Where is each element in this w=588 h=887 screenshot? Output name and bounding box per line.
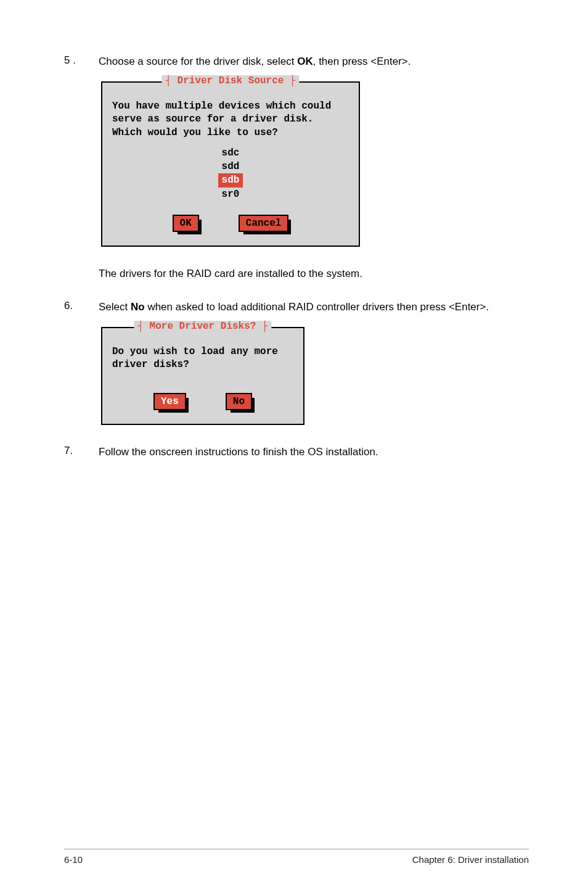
- step-7-number: 7.: [64, 445, 99, 460]
- step-5-text-a: Choose a source for the driver disk, sel…: [99, 56, 297, 67]
- step-7-text: Follow the onscreen instructions to fini…: [99, 445, 378, 460]
- dialog-2-wrap: ┤ More Driver Disks? ├ Do you wish to lo…: [101, 327, 529, 425]
- footer-chapter: Chapter 6: Driver installation: [412, 854, 529, 865]
- no-button[interactable]: No: [226, 393, 252, 410]
- step-5: 5 . Choose a source for the driver disk,…: [64, 54, 529, 69]
- step-6-text-a: Select: [99, 301, 131, 313]
- step-6-bold: No: [131, 301, 145, 313]
- dialog-1-buttons: OK Cancel: [110, 215, 351, 232]
- footer-page-number: 6-10: [64, 854, 83, 865]
- ok-button[interactable]: OK: [173, 215, 199, 232]
- step-7: 7. Follow the onscreen instructions to f…: [64, 445, 529, 460]
- option-sdd[interactable]: sdd: [218, 160, 243, 173]
- step-5-bold: OK: [297, 56, 313, 67]
- more-driver-disks-dialog: ┤ More Driver Disks? ├ Do you wish to lo…: [101, 327, 304, 425]
- step-6-number: 6.: [64, 300, 99, 315]
- dialog-1-title-text: Driver Disk Source: [178, 75, 284, 86]
- cancel-button[interactable]: Cancel: [239, 215, 289, 232]
- dialog-1-title: ┤ Driver Disk Source ├: [161, 75, 299, 86]
- dialog-2-buttons: Yes No: [110, 393, 296, 410]
- dialog-2-title-text: More Driver Disks?: [150, 321, 256, 332]
- option-sr0[interactable]: sr0: [218, 188, 243, 201]
- step-5-text-c: , then press <Enter>.: [313, 56, 411, 67]
- step-6-text-c: when asked to load additional RAID contr…: [145, 301, 489, 313]
- step-5-number: 5 .: [64, 54, 99, 69]
- dialog-1-options: sdc sdd sdb sr0: [110, 146, 351, 202]
- yes-button[interactable]: Yes: [153, 393, 186, 410]
- dialog-1-wrap: ┤ Driver Disk Source ├ You have multiple…: [101, 81, 529, 247]
- step-6: 6. Select No when asked to load addition…: [64, 300, 529, 315]
- dialog-2-title: ┤ More Driver Disks? ├: [134, 321, 271, 332]
- mid-paragraph: The drivers for the RAID card are instal…: [99, 266, 529, 281]
- option-sdc[interactable]: sdc: [218, 146, 243, 160]
- dialog-1-body: You have multiple devices which could se…: [112, 100, 349, 140]
- driver-disk-source-dialog: ┤ Driver Disk Source ├ You have multiple…: [101, 81, 360, 247]
- option-sdb[interactable]: sdb: [218, 173, 243, 187]
- step-6-text: Select No when asked to load additional …: [99, 300, 489, 315]
- dialog-2-body: Do you wish to load any more driver disk…: [112, 345, 293, 372]
- page-footer: 6-10 Chapter 6: Driver installation: [64, 849, 529, 865]
- step-5-text: Choose a source for the driver disk, sel…: [99, 54, 410, 69]
